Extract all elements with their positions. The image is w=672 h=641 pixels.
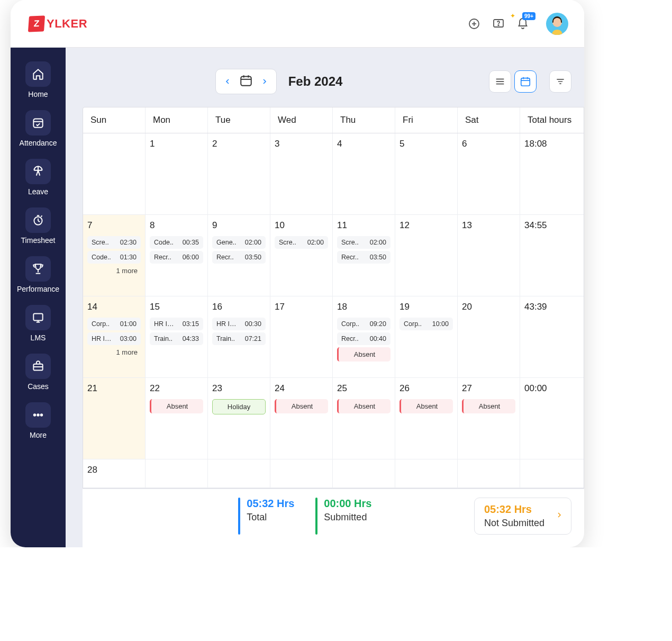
calendar-cell[interactable]: 16HR Int..00:30Train..07:21 bbox=[208, 296, 270, 377]
calendar-cell[interactable]: 2 bbox=[208, 133, 270, 214]
calendar-cell[interactable]: 14Corp..01:00HR In..03:001 more bbox=[83, 296, 146, 377]
calendar-cell[interactable]: 19Corp..10:00 bbox=[395, 296, 458, 377]
day-number: 16 bbox=[212, 302, 266, 312]
calendar-cell[interactable]: 1 bbox=[146, 133, 208, 214]
calendar-cell[interactable]: 10Scre..02:00 bbox=[270, 215, 333, 296]
calendar-cell[interactable] bbox=[208, 459, 270, 487]
time-entry[interactable]: Recr..03:50 bbox=[212, 251, 266, 264]
calendar-cell[interactable]: 5 bbox=[395, 133, 458, 214]
time-entry[interactable]: Corp..01:00 bbox=[87, 318, 141, 330]
calendar-cell[interactable] bbox=[146, 459, 208, 487]
day-number: 22 bbox=[150, 383, 203, 394]
time-entry[interactable]: Corp..10:00 bbox=[399, 318, 453, 330]
calendar-cell[interactable]: 15HR Int..03:15Train..04:33 bbox=[146, 296, 208, 377]
calendar-cell[interactable]: 24Absent bbox=[270, 378, 333, 459]
calendar-cell[interactable]: 18Corp..09:20Recr..00:40Absent bbox=[333, 296, 395, 377]
list-view-button[interactable] bbox=[489, 70, 511, 93]
sidebar-item-timesheet[interactable]: Timesheet bbox=[14, 205, 62, 249]
day-header: Wed bbox=[270, 107, 333, 133]
calendar-cell[interactable] bbox=[333, 459, 395, 487]
calendar-cell[interactable]: 11Scre..02:00Recr..03:50 bbox=[333, 215, 395, 296]
timesheet-icon bbox=[25, 207, 51, 233]
status-badge: Holiday bbox=[212, 399, 266, 414]
calendar-cell[interactable] bbox=[270, 459, 333, 487]
sidebar-item-leave[interactable]: Leave bbox=[14, 157, 62, 200]
sparkle-icon: ✦ bbox=[510, 12, 515, 20]
calendar-cell[interactable]: 6 bbox=[458, 133, 520, 214]
sidebar-item-lms[interactable]: LMS bbox=[14, 303, 62, 346]
sidebar-item-home[interactable]: Home bbox=[14, 59, 62, 103]
day-number: 26 bbox=[399, 383, 453, 394]
time-entry[interactable]: HR Int..03:15 bbox=[150, 318, 203, 330]
not-submitted-card[interactable]: 05:32 Hrs Not Submitted bbox=[474, 498, 571, 535]
calendar-cell[interactable]: 12 bbox=[395, 215, 458, 296]
calendar-view-button[interactable] bbox=[514, 70, 537, 93]
notifications-icon[interactable]: ✦ 99+ bbox=[515, 16, 530, 31]
day-number: 2 bbox=[212, 139, 266, 149]
calendar-cell[interactable] bbox=[458, 459, 520, 487]
sidebar-item-cases[interactable]: Cases bbox=[14, 351, 62, 395]
day-header: Thu bbox=[333, 107, 395, 133]
calendar-cell[interactable]: 20 bbox=[458, 296, 520, 377]
time-entry[interactable]: Train..07:21 bbox=[212, 332, 266, 345]
time-entry[interactable]: Corp..09:20 bbox=[337, 318, 391, 330]
status-badge: Absent bbox=[150, 399, 203, 413]
prev-month-button[interactable] bbox=[223, 77, 232, 86]
time-entry[interactable]: HR Int..00:30 bbox=[212, 318, 266, 330]
calendar-cell[interactable]: 4 bbox=[333, 133, 395, 214]
calendar-cell[interactable]: 27Absent bbox=[458, 378, 520, 459]
status-badge: Absent bbox=[462, 399, 515, 413]
avatar[interactable] bbox=[546, 13, 568, 35]
day-header: Sat bbox=[458, 107, 520, 133]
day-number: 5 bbox=[399, 139, 453, 149]
brand-name: YLKER bbox=[47, 17, 87, 31]
time-entry[interactable]: Code..00:35 bbox=[150, 236, 203, 249]
time-entry[interactable]: Recr..03:50 bbox=[337, 251, 391, 264]
calendar-cell[interactable]: 17 bbox=[270, 296, 333, 377]
calendar-cell[interactable]: 21 bbox=[83, 378, 146, 459]
svg-line-10 bbox=[38, 221, 40, 222]
day-number: 23 bbox=[212, 383, 266, 394]
status-badge: Absent bbox=[337, 399, 391, 413]
cases-icon bbox=[25, 354, 51, 379]
week-total: 34:55 bbox=[520, 215, 584, 296]
time-entry[interactable]: Scre..02:00 bbox=[337, 236, 391, 249]
calendar-cell[interactable]: 26Absent bbox=[395, 378, 458, 459]
add-icon[interactable] bbox=[467, 16, 482, 31]
sidebar-item-more[interactable]: More bbox=[14, 400, 62, 444]
more-link[interactable]: 1 more bbox=[87, 347, 141, 357]
time-entry[interactable]: Train..04:33 bbox=[150, 332, 203, 345]
calendar-cell[interactable]: 8Code..00:35Recr..06:00 bbox=[146, 215, 208, 296]
filter-button[interactable] bbox=[549, 70, 571, 93]
calendar-cell[interactable]: 25Absent bbox=[333, 378, 395, 459]
time-entry[interactable]: Scre..02:00 bbox=[275, 236, 328, 249]
calendar-cell[interactable]: 28 bbox=[83, 459, 146, 487]
performance-icon bbox=[25, 256, 51, 282]
time-entry[interactable]: HR In..03:00 bbox=[87, 332, 141, 345]
next-month-button[interactable] bbox=[260, 77, 269, 86]
calendar-cell[interactable]: 3 bbox=[270, 133, 333, 214]
time-entry[interactable]: Recr..06:00 bbox=[150, 251, 203, 264]
svg-rect-15 bbox=[33, 313, 42, 320]
calendar-cell[interactable]: 13 bbox=[458, 215, 520, 296]
calendar-cell[interactable]: 7Scre..02:30Code..01:301 more bbox=[83, 215, 146, 296]
time-entry[interactable]: Recr..00:40 bbox=[337, 332, 391, 345]
day-number: 1 bbox=[150, 139, 203, 149]
help-icon[interactable] bbox=[491, 16, 506, 31]
calendar-grid: SunMonTueWedThuFriSatTotal hours 1234561… bbox=[83, 107, 584, 489]
calendar-cell[interactable] bbox=[83, 133, 146, 214]
time-entry[interactable]: Scre..02:30 bbox=[87, 236, 141, 249]
calendar-icon bbox=[239, 74, 253, 89]
calendar-cell[interactable]: 22Absent bbox=[146, 378, 208, 459]
submitted-value: 00:00 Hrs bbox=[324, 498, 371, 510]
calendar-cell[interactable]: 9Gene..02:00Recr..03:50 bbox=[208, 215, 270, 296]
calendar-cell[interactable]: 23Holiday bbox=[208, 378, 270, 459]
sidebar-item-attendance[interactable]: Attendance bbox=[14, 108, 62, 151]
day-number: 17 bbox=[275, 302, 328, 312]
sidebar-item-performance[interactable]: Performance bbox=[14, 254, 62, 297]
week-total: 00:00 bbox=[520, 378, 584, 459]
more-link[interactable]: 1 more bbox=[87, 266, 141, 276]
calendar-cell[interactable] bbox=[395, 459, 458, 487]
time-entry[interactable]: Code..01:30 bbox=[87, 251, 141, 264]
time-entry[interactable]: Gene..02:00 bbox=[212, 236, 266, 249]
